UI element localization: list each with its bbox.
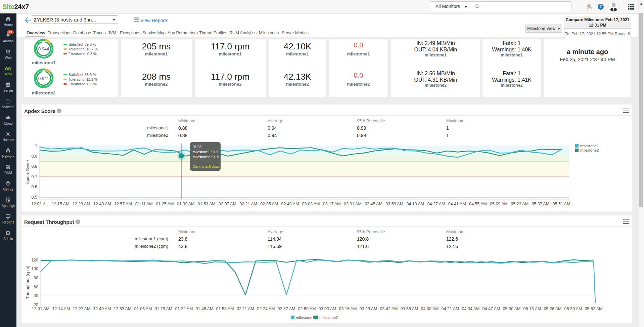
svg-text:02:37 AM: 02:37 AM [278,306,295,311]
svg-text:02:24 AM: 02:24 AM [257,306,275,311]
svg-text:05:39 AM: 05:39 AM [564,306,582,311]
svg-text:01:53 AM: 01:53 AM [198,202,216,206]
svg-text:12:01 AM: 12:01 AM [32,306,50,311]
svg-text:Throughput (cpm): Throughput (cpm) [26,265,30,299]
svg-text:04:08 AM: 04:08 AM [421,306,439,311]
svg-text:03:17 AM: 03:17 AM [323,202,341,206]
svg-text:0.7: 0.7 [32,174,37,179]
svg-text:02:35 AM: 02:35 AM [260,202,278,206]
svg-text:12:43 AM: 12:43 AM [93,202,111,206]
svg-text:01: 01 [8,200,10,202]
svg-text:05:23 AM: 05:23 AM [511,202,528,206]
svg-text:Apdex Score: Apdex Score [26,160,30,184]
svg-text:03:03 AM: 03:03 AM [319,306,336,311]
svg-text:60: 60 [34,285,38,289]
svg-text:01:19 AM: 01:19 AM [155,306,173,311]
svg-text:03:16 AM: 03:16 AM [339,306,357,311]
svg-text:03:03 AM: 03:03 AM [302,202,320,206]
svg-text:01:45 AM: 01:45 AM [196,306,214,311]
svg-text:0.944: 0.944 [38,46,49,51]
svg-text:12:14 AM: 12:14 AM [52,306,70,311]
svg-text:04:27 AM: 04:27 AM [427,202,445,206]
svg-text:0.5: 0.5 [32,195,37,200]
svg-text:milestone1: milestone1 [580,144,599,148]
svg-text:02:50 AM: 02:50 AM [298,306,316,311]
svg-text:milestone2: milestone2 [319,316,338,320]
svg-text:03:55 AM: 03:55 AM [401,306,418,311]
svg-text:04:47 AM: 04:47 AM [482,306,500,311]
svg-text:03:42 AM: 03:42 AM [380,306,398,311]
svg-text:03:31 AM: 03:31 AM [344,202,362,206]
svg-text:0.941: 0.941 [38,76,49,81]
svg-text:12:29 AM: 12:29 AM [73,202,90,206]
svg-text:05:13 AM: 05:13 AM [523,306,541,311]
svg-text:02:11 AM: 02:11 AM [237,306,254,311]
svg-text:0.8: 0.8 [32,164,37,169]
svg-text:milestone2: milestone2 [580,148,599,152]
svg-text:04:34 AM: 04:34 AM [462,306,480,311]
svg-text:milestone1: milestone1 [296,316,315,320]
svg-text:05:52 AM: 05:52 AM [585,306,603,311]
svg-text:01:32 AM: 01:32 AM [175,306,193,311]
svg-text:0.9: 0.9 [32,154,37,159]
svg-text:100: 100 [31,267,38,271]
svg-text:120: 120 [31,258,38,262]
svg-text:04:55 AM: 04:55 AM [469,202,487,206]
svg-text:04:13 AM: 04:13 AM [406,202,424,206]
svg-text:05:00 AM: 05:00 AM [503,306,521,311]
svg-text:12:27 AM: 12:27 AM [73,306,91,311]
svg-text:80: 80 [34,276,38,280]
svg-text:04:41 AM: 04:41 AM [448,202,466,206]
svg-text:40: 40 [34,293,38,298]
svg-text:02:49 AM: 02:49 AM [281,202,299,206]
svg-text:05:37 AM: 05:37 AM [532,202,549,206]
svg-text:01:39 AM: 01:39 AM [177,202,195,206]
svg-text:04:21 AM: 04:21 AM [442,306,459,311]
svg-text:0.6: 0.6 [32,185,37,189]
svg-text:01:58 AM: 01:58 AM [216,306,234,311]
svg-text:12:53 AM: 12:53 AM [114,306,132,311]
svg-text:01:06 AM: 01:06 AM [134,306,152,311]
svg-text:03:29 AM: 03:29 AM [360,306,377,311]
svg-text:05:26 AM: 05:26 AM [544,306,562,311]
svg-text:12:40 AM: 12:40 AM [93,306,111,311]
svg-text:12:15 AM: 12:15 AM [52,202,70,206]
svg-text:03:45 AM: 03:45 AM [365,202,382,206]
svg-text:02:07 AM: 02:07 AM [219,202,236,206]
svg-text:01:11 AM: 01:11 AM [135,202,153,206]
svg-text:12:57 AM: 12:57 AM [114,202,132,206]
svg-text:01:25 AM: 01:25 AM [156,202,174,206]
svg-text:02:21 AM: 02:21 AM [239,202,257,206]
svg-text:03:59 AM: 03:59 AM [385,202,403,206]
svg-text:1: 1 [35,144,37,148]
svg-text:12:01 A..: 12:01 A.. [31,202,48,206]
svg-text:05:09 AM: 05:09 AM [490,202,508,206]
svg-text:05:51 AM: 05:51 AM [553,202,570,206]
